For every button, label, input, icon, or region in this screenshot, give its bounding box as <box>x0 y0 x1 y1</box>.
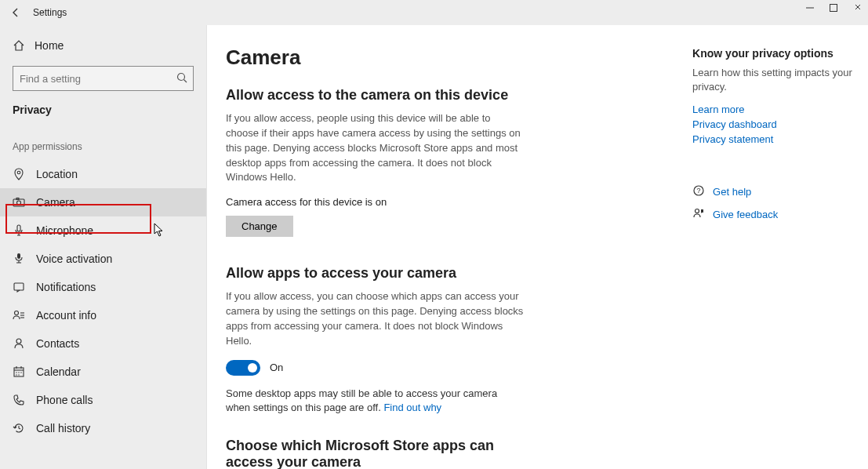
feedback-icon <box>692 207 705 222</box>
sidebar-item-notifications[interactable]: Notifications <box>0 273 206 301</box>
sidebar-item-label: Contacts <box>36 337 79 350</box>
sidebar-item-label: Phone calls <box>36 394 93 406</box>
svg-point-23 <box>16 374 16 375</box>
section3-heading: Choose which Microsoft Store apps can ac… <box>226 438 508 469</box>
svg-point-27 <box>695 209 699 213</box>
aside-panel: Know your privacy options Learn how this… <box>692 45 868 469</box>
svg-point-11 <box>15 311 19 315</box>
search-input[interactable] <box>13 66 194 91</box>
cursor-icon <box>154 223 165 239</box>
svg-rect-1 <box>830 5 837 12</box>
contacts-icon <box>13 337 25 350</box>
location-icon <box>13 168 25 180</box>
section1-heading: Allow access to the camera on this devic… <box>226 87 653 104</box>
help-icon: ? <box>692 184 705 199</box>
sidebar-item-label: Microphone <box>36 224 93 237</box>
sidebar-item-phone-calls[interactable]: Phone calls <box>0 386 206 414</box>
get-help-link[interactable]: Get help <box>713 186 751 198</box>
sidebar-item-camera[interactable]: Camera <box>0 188 206 216</box>
account-icon <box>13 309 25 322</box>
aside-desc: Learn how this setting impacts your priv… <box>692 66 868 94</box>
sidebar-item-contacts[interactable]: Contacts <box>0 329 206 358</box>
sidebar-item-call-history[interactable]: Call history <box>0 414 206 442</box>
svg-point-6 <box>17 201 21 205</box>
camera-icon <box>13 196 25 209</box>
allow-apps-toggle[interactable] <box>226 360 260 376</box>
voice-icon <box>13 253 25 265</box>
give-feedback-link[interactable]: Give feedback <box>713 209 778 220</box>
sidebar-item-label: Account info <box>36 309 96 322</box>
sidebar-item-label: Calendar <box>36 365 81 378</box>
sidebar-item-location[interactable]: Location <box>0 160 206 188</box>
sidebar-item-calendar[interactable]: Calendar <box>0 358 206 386</box>
maximize-button[interactable] <box>829 3 838 13</box>
back-button[interactable] <box>6 3 25 22</box>
search-field[interactable] <box>13 66 194 91</box>
minimize-button[interactable] <box>805 3 815 13</box>
svg-text:?: ? <box>697 187 701 195</box>
learn-more-link[interactable]: Learn more <box>692 104 868 115</box>
svg-rect-8 <box>17 225 20 231</box>
svg-point-21 <box>18 372 19 373</box>
change-button[interactable]: Change <box>226 216 293 237</box>
close-button[interactable] <box>852 3 862 13</box>
toggle-label: On <box>270 362 283 373</box>
privacy-dashboard-link[interactable]: Privacy dashboard <box>692 118 868 130</box>
privacy-statement-link[interactable]: Privacy statement <box>692 133 868 145</box>
svg-rect-5 <box>13 199 24 206</box>
window-title: Settings <box>33 7 67 18</box>
svg-point-15 <box>16 339 21 344</box>
home-icon <box>13 39 25 52</box>
microphone-icon <box>13 224 25 237</box>
section1-desc: If you allow access, people using this d… <box>226 111 524 185</box>
sidebar-item-microphone[interactable]: Microphone <box>0 216 206 245</box>
history-icon <box>13 422 25 434</box>
sidebar-item-label: Notifications <box>36 281 96 293</box>
sidebar-item-label: Location <box>36 168 78 180</box>
main-content: Camera Allow access to the camera on thi… <box>207 25 868 469</box>
sidebar-item-voice-activation[interactable]: Voice activation <box>0 245 206 273</box>
sidebar-item-account-info[interactable]: Account info <box>0 301 206 329</box>
section2-note: Some desktop apps may still be able to a… <box>226 387 524 416</box>
section2-desc: If you allow access, you can choose whic… <box>226 289 524 348</box>
camera-access-status: Camera access for this device is on <box>226 196 653 208</box>
app-permissions-label: App permissions <box>0 130 206 160</box>
svg-point-22 <box>20 372 21 373</box>
phone-icon <box>13 394 25 406</box>
titlebar: Settings <box>0 0 868 25</box>
home-label: Home <box>35 39 64 52</box>
sidebar-item-label: Camera <box>36 196 75 209</box>
window-controls <box>805 3 862 13</box>
home-button[interactable]: Home <box>0 39 206 66</box>
svg-line-3 <box>184 80 187 83</box>
sidebar-item-label: Voice activation <box>36 253 112 265</box>
svg-rect-9 <box>17 253 20 259</box>
svg-point-20 <box>16 372 16 373</box>
get-help-row[interactable]: ? Get help <box>692 184 868 199</box>
aside-title: Know your privacy options <box>692 47 868 60</box>
svg-point-24 <box>18 374 19 375</box>
page-title: Camera <box>226 45 653 70</box>
svg-point-4 <box>17 171 20 174</box>
sidebar: Home Privacy App permissions LocationCam… <box>0 25 207 469</box>
svg-rect-10 <box>14 283 24 290</box>
notifications-icon <box>13 281 25 293</box>
search-icon <box>176 72 187 85</box>
section2-heading: Allow apps to access your camera <box>226 265 653 282</box>
svg-point-2 <box>178 74 185 81</box>
sidebar-item-label: Call history <box>36 422 90 434</box>
privacy-section-title: Privacy <box>0 104 206 130</box>
find-out-why-link[interactable]: Find out why <box>383 402 441 413</box>
calendar-icon <box>13 365 25 378</box>
give-feedback-row[interactable]: Give feedback <box>692 207 868 222</box>
note-text: Some desktop apps may still be able to a… <box>226 387 497 414</box>
